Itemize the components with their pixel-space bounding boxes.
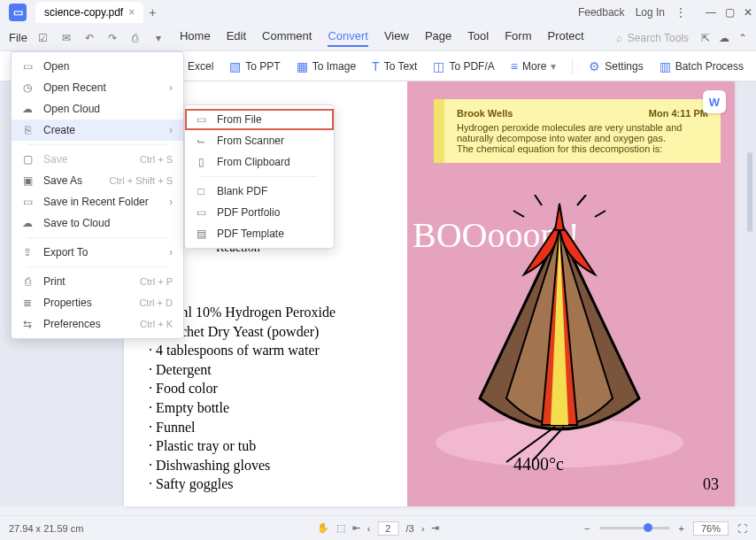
print-icon: ⎙ bbox=[20, 275, 35, 288]
folder-icon: ▭ bbox=[20, 60, 35, 73]
tab-home[interactable]: Home bbox=[180, 29, 211, 47]
undo-icon[interactable]: ↶ bbox=[82, 32, 96, 44]
settings-button[interactable]: ⚙Settings bbox=[589, 59, 643, 73]
tab-comment[interactable]: Comment bbox=[262, 29, 312, 47]
chevron-right-icon: › bbox=[169, 246, 173, 258]
submenu-from-file[interactable]: ▭From File bbox=[185, 109, 334, 130]
list-item: · Safty goggles bbox=[149, 474, 336, 494]
submenu-template[interactable]: ▤PDF Template bbox=[185, 223, 334, 244]
illustration-panel: Brook Wells Mon 4:11 PM Hydrogen peroxid… bbox=[407, 81, 735, 506]
close-icon[interactable]: × bbox=[128, 6, 135, 19]
image-label: To Image bbox=[312, 60, 356, 73]
to-ppt-button[interactable]: ▧To PPT bbox=[229, 59, 280, 73]
redo-icon[interactable]: ↷ bbox=[105, 32, 120, 44]
first-page-icon[interactable]: ⇤ bbox=[352, 522, 360, 534]
separator bbox=[27, 237, 167, 238]
cloud-icon[interactable]: ☁ bbox=[719, 32, 729, 44]
menu-preferences[interactable]: ⇆PreferencesCtrl + K bbox=[12, 313, 183, 335]
word-badge-icon[interactable]: W bbox=[703, 90, 726, 113]
share-icon[interactable]: ⇱ bbox=[701, 32, 710, 44]
to-image-button[interactable]: ▦To Image bbox=[297, 59, 356, 73]
zoom-input[interactable]: 76% bbox=[693, 521, 729, 536]
scrollbar[interactable] bbox=[747, 152, 752, 232]
menu-save-to-cloud[interactable]: ☁Save to Cloud bbox=[12, 212, 183, 234]
close-window-icon[interactable]: ✕ bbox=[744, 6, 752, 19]
blank-icon: □ bbox=[194, 185, 208, 197]
prev-page-icon[interactable]: ‹ bbox=[367, 523, 371, 534]
tab-convert[interactable]: Convert bbox=[328, 29, 368, 47]
submenu-blank-pdf[interactable]: □Blank PDF bbox=[185, 181, 334, 202]
menu-print[interactable]: ⎙PrintCtrl + P bbox=[12, 271, 183, 292]
page-dimensions: 27.94 x 21.59 cm bbox=[9, 523, 83, 534]
to-text-button[interactable]: TTo Text bbox=[372, 59, 417, 73]
list-item: · Empty bottle bbox=[149, 398, 336, 418]
tab-edit[interactable]: Edit bbox=[227, 29, 246, 47]
list-item: · Food color bbox=[149, 379, 336, 398]
menu-properties[interactable]: ≣PropertiesCtrl + D bbox=[12, 292, 183, 313]
submenu-from-scanner[interactable]: ⌙From Scanner bbox=[185, 130, 334, 151]
tab-form[interactable]: Form bbox=[505, 29, 531, 47]
to-pdfa-button[interactable]: ◫To PDF/A bbox=[433, 59, 494, 73]
batch-process-button[interactable]: ▥Batch Process bbox=[660, 59, 744, 73]
tab-document[interactable]: science-copy.pdf × bbox=[35, 2, 143, 23]
pdfa-icon: ◫ bbox=[433, 59, 444, 73]
more-button[interactable]: ≡More▾ bbox=[511, 59, 557, 73]
recent-icon: ◷ bbox=[20, 81, 35, 94]
tab-tool[interactable]: Tool bbox=[467, 29, 489, 47]
file-icon: ▭ bbox=[194, 113, 208, 126]
clipboard-icon: ▯ bbox=[194, 156, 208, 168]
menu-open[interactable]: ▭Open bbox=[12, 56, 183, 77]
menu-save-recent-folder[interactable]: ▭Save in Recent Folder› bbox=[12, 191, 183, 212]
to-excel-button[interactable]: Excel bbox=[188, 60, 213, 73]
minimize-icon[interactable]: — bbox=[706, 6, 716, 19]
comment-body-line: The chemical equation for this decompost… bbox=[457, 143, 708, 154]
tab-view[interactable]: View bbox=[384, 29, 409, 47]
zoom-in-icon[interactable]: + bbox=[679, 523, 684, 534]
tab-protect[interactable]: Protect bbox=[547, 29, 583, 47]
save-icon: ▢ bbox=[20, 153, 35, 166]
submenu-from-clipboard[interactable]: ▯From Clipboard bbox=[185, 151, 334, 173]
last-page-icon[interactable]: ⇥ bbox=[431, 522, 439, 534]
statusbar: 27.94 x 21.59 cm ✋ ⬚ ⇤ ‹ 2 /3 › ⇥ − + 76… bbox=[0, 515, 756, 540]
batch-label: Batch Process bbox=[675, 60, 744, 73]
dropdown-icon[interactable]: ▾ bbox=[151, 32, 166, 44]
create-submenu: ▭From File ⌙From Scanner ▯From Clipboard… bbox=[184, 104, 335, 249]
print-icon[interactable]: ⎙ bbox=[128, 32, 143, 44]
list-item: · Detergent bbox=[149, 360, 336, 380]
gear-icon: ⚙ bbox=[589, 59, 600, 73]
volcano-illustration bbox=[418, 195, 701, 469]
mail-icon[interactable]: ✉ bbox=[59, 32, 73, 44]
text-label: To Text bbox=[384, 60, 418, 73]
settings-label: Settings bbox=[605, 60, 643, 73]
menu-export-to[interactable]: ⇪Export To› bbox=[12, 242, 183, 263]
menu-open-recent[interactable]: ◷Open Recent› bbox=[12, 77, 183, 98]
page-input[interactable]: 2 bbox=[377, 521, 398, 536]
comment-body-line: Hydrogen peroxide molecules are very uns… bbox=[457, 122, 708, 143]
collapse-icon[interactable]: ⌃ bbox=[738, 32, 747, 44]
zoom-slider[interactable] bbox=[599, 527, 670, 529]
fit-icon[interactable]: ⛶ bbox=[737, 523, 747, 534]
hand-tool-icon[interactable]: ✋ bbox=[317, 522, 329, 534]
template-icon: ▤ bbox=[194, 228, 208, 240]
search-tools[interactable]: ⌕ Search Tools bbox=[616, 32, 689, 44]
more-icon[interactable]: ⋮ bbox=[675, 6, 686, 19]
comment-note[interactable]: Brook Wells Mon 4:11 PM Hydrogen peroxid… bbox=[434, 99, 721, 163]
login-link[interactable]: Log In bbox=[636, 6, 665, 19]
select-tool-icon[interactable]: ⬚ bbox=[336, 522, 345, 534]
menu-save-as[interactable]: ▣Save AsCtrl + Shift + S bbox=[12, 170, 183, 191]
next-page-icon[interactable]: › bbox=[421, 523, 425, 534]
file-menu-button[interactable]: File bbox=[9, 31, 27, 44]
save-icon[interactable]: ☑ bbox=[36, 32, 50, 44]
list-item: · Plastic tray or tub bbox=[149, 436, 336, 456]
tab-page[interactable]: Page bbox=[425, 29, 451, 47]
zoom-out-icon[interactable]: − bbox=[584, 523, 590, 534]
menu-open-cloud[interactable]: ☁Open Cloud bbox=[12, 98, 183, 120]
menu-create[interactable]: ⎘Create› bbox=[12, 120, 183, 141]
search-icon: ⌕ bbox=[616, 32, 622, 44]
feedback-link[interactable]: Feedback bbox=[578, 6, 625, 19]
submenu-portfolio[interactable]: ▭PDF Portfolio bbox=[185, 202, 334, 223]
ribbon-tabs: Home Edit Comment Convert View Page Tool… bbox=[180, 29, 584, 47]
add-tab-button[interactable]: + bbox=[149, 5, 156, 19]
menu-save: ▢SaveCtrl + S bbox=[12, 149, 183, 170]
maximize-icon[interactable]: ▢ bbox=[725, 6, 735, 19]
